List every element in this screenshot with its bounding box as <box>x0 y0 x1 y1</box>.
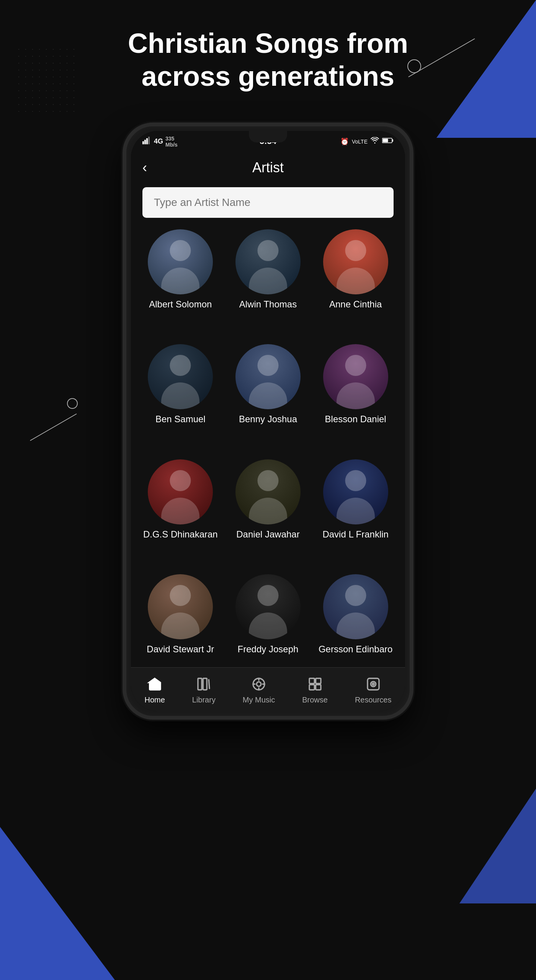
artist-avatar-david-stewart-jr <box>148 574 213 639</box>
bg-circle-mid <box>67 398 78 409</box>
artist-item-david-l-franklin[interactable]: David L Franklin <box>314 459 397 567</box>
artist-item-alwin-thomas[interactable]: Alwin Thomas <box>226 229 310 336</box>
nav-label-home: Home <box>144 696 165 704</box>
svg-rect-14 <box>315 684 320 689</box>
resources-icon <box>364 675 382 693</box>
artist-name-david-stewart-jr: David Stewart Jr <box>147 643 214 655</box>
artist-name-blesson-daniel: Blesson Daniel <box>325 413 386 425</box>
bg-line-mid <box>30 413 77 441</box>
svg-point-17 <box>372 683 374 685</box>
artist-item-david-stewart-jr[interactable]: David Stewart Jr <box>139 574 222 681</box>
status-left: 4G 335Mb/s <box>142 136 178 148</box>
search-container <box>131 183 405 225</box>
phone-frame: 4G 335Mb/s 5:34 ⏰ VoLTE <box>123 122 413 720</box>
status-right: ⏰ VoLTE <box>340 137 394 146</box>
network-label: 4G <box>154 137 163 145</box>
artist-avatar-dgs-dhinakaran <box>148 459 213 524</box>
nav-item-browse[interactable]: Browse <box>302 675 328 704</box>
bottom-nav: HomeLibraryMy MusicBrowseResources <box>131 667 405 711</box>
svg-rect-8 <box>203 678 207 690</box>
home-icon <box>145 675 164 693</box>
svg-point-16 <box>371 681 376 686</box>
artist-item-anne-cinthia[interactable]: Anne Cinthia <box>314 229 397 336</box>
svg-rect-11 <box>309 678 314 683</box>
artist-item-albert-solomon[interactable]: Albert Solomon <box>139 229 222 336</box>
svg-rect-5 <box>383 139 388 142</box>
artist-avatar-benny-joshua <box>235 344 301 409</box>
artist-avatar-gersson-edinbaro <box>323 574 388 639</box>
volte-label: VoLTE <box>352 139 368 145</box>
svg-rect-12 <box>315 678 320 683</box>
artist-item-freddy-joseph[interactable]: Freddy Joseph <box>226 574 310 681</box>
artist-name-david-l-franklin: David L Franklin <box>322 528 389 540</box>
headline: Christian Songs from across generations <box>0 27 536 93</box>
artist-name-dgs-dhinakaran: D.G.S Dhinakaran <box>143 528 218 540</box>
artist-avatar-anne-cinthia <box>323 229 388 294</box>
artist-name-alwin-thomas: Alwin Thomas <box>239 298 297 310</box>
artist-avatar-freddy-joseph <box>235 574 301 639</box>
nav-label-browse: Browse <box>302 696 328 704</box>
nav-item-home[interactable]: Home <box>144 675 165 704</box>
artist-name-freddy-joseph: Freddy Joseph <box>238 643 299 655</box>
nav-label-resources: Resources <box>355 696 392 704</box>
artist-avatar-blesson-daniel <box>323 344 388 409</box>
svg-rect-6 <box>392 139 393 142</box>
artist-item-benny-joshua[interactable]: Benny Joshua <box>226 344 310 451</box>
alarm-icon: ⏰ <box>340 137 349 146</box>
artist-item-daniel-jawahar[interactable]: Daniel Jawahar <box>226 459 310 567</box>
svg-rect-7 <box>198 678 202 690</box>
speed-label: 335Mb/s <box>165 136 178 148</box>
svg-rect-15 <box>368 678 379 690</box>
browse-icon <box>306 675 324 693</box>
headline-line1: Christian Songs from <box>31 27 505 60</box>
artist-item-ben-samuel[interactable]: Ben Samuel <box>139 344 222 451</box>
battery-icon <box>382 137 394 145</box>
svg-rect-0 <box>142 141 144 144</box>
artist-avatar-ben-samuel <box>148 344 213 409</box>
svg-rect-3 <box>148 137 150 144</box>
artist-name-benny-joshua: Benny Joshua <box>239 413 297 425</box>
artist-avatar-david-l-franklin <box>323 459 388 524</box>
artist-name-albert-solomon: Albert Solomon <box>149 298 212 310</box>
artist-name-ben-samuel: Ben Samuel <box>155 413 206 425</box>
svg-point-10 <box>257 682 261 686</box>
headline-line2: across generations <box>31 60 505 93</box>
notch <box>249 131 287 142</box>
app-content: ‹ Artist Albert SolomonAlwin ThomasAnne … <box>131 152 405 711</box>
svg-rect-1 <box>144 140 146 144</box>
artist-avatar-alwin-thomas <box>235 229 301 294</box>
top-bar: ‹ Artist <box>131 152 405 183</box>
artist-avatar-daniel-jawahar <box>235 459 301 524</box>
phone-screen: 4G 335Mb/s 5:34 ⏰ VoLTE <box>131 131 405 711</box>
artist-name-daniel-jawahar: Daniel Jawahar <box>236 528 299 540</box>
nav-label-library: Library <box>192 696 216 704</box>
artist-grid: Albert SolomonAlwin ThomasAnne CinthiaBe… <box>131 225 405 685</box>
nav-item-my-music[interactable]: My Music <box>243 675 275 704</box>
artist-avatar-albert-solomon <box>148 229 213 294</box>
nav-item-resources[interactable]: Resources <box>355 675 392 704</box>
search-input[interactable] <box>142 187 394 218</box>
artist-name-anne-cinthia: Anne Cinthia <box>329 298 382 310</box>
back-button[interactable]: ‹ <box>142 160 147 176</box>
artist-item-blesson-daniel[interactable]: Blesson Daniel <box>314 344 397 451</box>
nav-item-library[interactable]: Library <box>192 675 216 704</box>
nav-label-my-music: My Music <box>243 696 275 704</box>
library-icon <box>194 675 213 693</box>
svg-rect-2 <box>146 138 148 144</box>
bg-blue-bottom-right <box>459 789 536 903</box>
artist-item-gersson-edinbaro[interactable]: Gersson Edinbaro <box>314 574 397 681</box>
music-icon <box>250 675 268 693</box>
signal-icon <box>142 137 152 146</box>
svg-rect-13 <box>309 684 314 689</box>
wifi-icon <box>371 137 379 146</box>
artist-name-gersson-edinbaro: Gersson Edinbaro <box>319 643 392 655</box>
page-title: Artist <box>252 160 284 176</box>
bg-blue-bottom-left <box>0 827 115 980</box>
artist-item-dgs-dhinakaran[interactable]: D.G.S Dhinakaran <box>139 459 222 567</box>
